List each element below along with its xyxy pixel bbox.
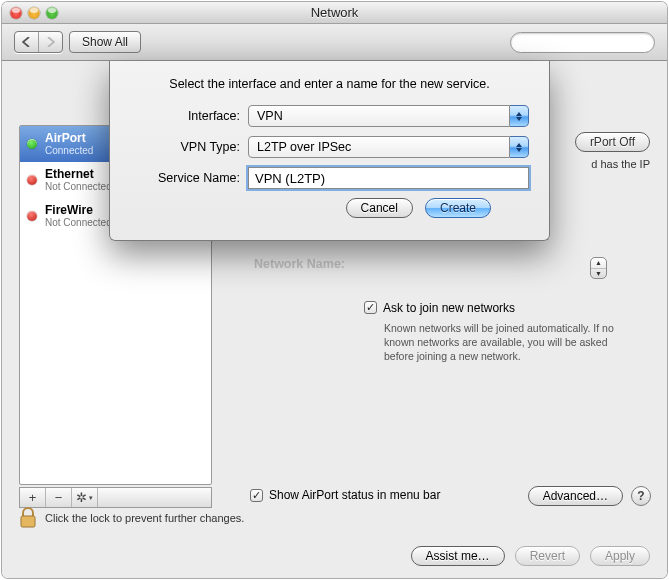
lock-icon[interactable]	[19, 507, 37, 529]
chevron-up-icon: ▲	[591, 258, 606, 269]
service-name: AirPort	[45, 132, 93, 145]
chevron-down-icon	[516, 148, 522, 152]
services-actions-menu[interactable]: ✲ ▾	[72, 488, 98, 507]
airport-toggle-button[interactable]: rPort Off	[575, 132, 650, 152]
vpn-type-popup-arrows[interactable]	[510, 136, 529, 158]
chevron-up-icon	[516, 112, 522, 116]
chevron-up-icon	[516, 143, 522, 147]
sheet-heading: Select the interface and enter a name fo…	[130, 77, 529, 91]
row-service-name: Service Name:	[130, 167, 529, 189]
status-dot-icon	[27, 211, 37, 221]
service-status: Not Connected	[45, 181, 112, 192]
vpn-type-popup[interactable]: L2TP over IPSec	[248, 136, 510, 158]
chevron-right-icon	[46, 37, 55, 47]
chevron-down-icon: ▾	[89, 494, 93, 502]
nav-back-forward	[14, 31, 63, 53]
service-name: FireWire	[45, 204, 112, 217]
revert-button[interactable]: Revert	[515, 546, 580, 566]
spacer	[98, 488, 211, 507]
lock-row: Click the lock to prevent further change…	[19, 506, 650, 530]
show-all-button[interactable]: Show All	[69, 31, 141, 53]
toolbar: Show All	[2, 24, 667, 61]
search-input[interactable]	[521, 34, 667, 50]
sheet-buttons: Cancel Create	[130, 198, 529, 218]
minus-icon: −	[55, 490, 63, 505]
services-list-buttons: + − ✲ ▾	[19, 487, 212, 508]
svg-rect-2	[21, 516, 35, 527]
chevron-down-icon: ▼	[591, 269, 606, 279]
help-button[interactable]: ?	[631, 486, 651, 506]
advanced-button[interactable]: Advanced…	[528, 486, 623, 506]
network-name-stepper[interactable]: ▲ ▼	[590, 257, 607, 279]
apply-button[interactable]: Apply	[590, 546, 650, 566]
new-service-sheet: Select the interface and enter a name fo…	[109, 61, 550, 241]
search-field[interactable]	[510, 32, 655, 53]
vpn-type-label: VPN Type:	[130, 140, 248, 154]
window-title: Network	[2, 5, 667, 20]
service-name: Ethernet	[45, 168, 112, 181]
help-icon: ?	[637, 489, 644, 503]
cancel-button[interactable]: Cancel	[346, 198, 413, 218]
interface-popup[interactable]: VPN	[248, 105, 510, 127]
remove-service-button[interactable]: −	[46, 488, 72, 507]
lock-text: Click the lock to prevent further change…	[45, 512, 244, 524]
service-name-label: Service Name:	[130, 171, 248, 185]
gear-icon: ✲	[76, 490, 87, 505]
ask-join-checkbox[interactable]: ✓ Ask to join new networks	[364, 301, 515, 315]
add-service-button[interactable]: +	[20, 488, 46, 507]
service-status: Connected	[45, 145, 93, 156]
create-button[interactable]: Create	[425, 198, 491, 218]
menubar-status-checkbox[interactable]: ✓ Show AirPort status in menu bar	[250, 488, 440, 502]
status-text-tail: d has the IP	[591, 158, 650, 170]
checkbox-icon: ✓	[364, 301, 377, 314]
service-status: Not Connected	[45, 217, 112, 228]
plus-icon: +	[29, 490, 37, 505]
footer-buttons: Assist me… Revert Apply	[411, 546, 650, 566]
chevron-left-icon	[22, 37, 31, 47]
ask-join-hint: Known networks will be joined automatica…	[384, 321, 614, 364]
back-button[interactable]	[15, 32, 39, 52]
ask-join-label: Ask to join new networks	[383, 301, 515, 315]
titlebar[interactable]: Network	[2, 2, 667, 24]
interface-popup-arrows[interactable]	[510, 105, 529, 127]
chevron-down-icon	[516, 117, 522, 121]
menubar-status-label: Show AirPort status in menu bar	[269, 488, 440, 502]
forward-button[interactable]	[39, 32, 62, 52]
interface-label: Interface:	[130, 109, 248, 123]
service-name-field[interactable]	[248, 167, 529, 189]
checkbox-icon: ✓	[250, 489, 263, 502]
status-dot-icon	[27, 139, 37, 149]
row-interface: Interface: VPN	[130, 105, 529, 127]
network-name-label: Network Name:	[254, 257, 345, 271]
row-vpn-type: VPN Type: L2TP over IPSec	[130, 136, 529, 158]
status-dot-icon	[27, 175, 37, 185]
network-prefpane-window: Network Show All AirPort Connected	[2, 2, 667, 578]
assist-button[interactable]: Assist me…	[411, 546, 505, 566]
